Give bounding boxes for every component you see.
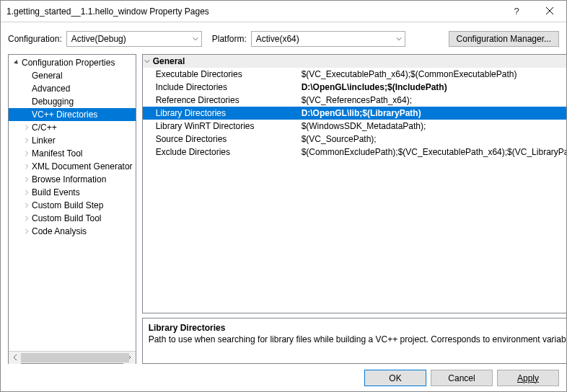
property-name: Source Directories — [143, 134, 299, 144]
property-grid: General Executable Directories$(VC_Execu… — [142, 54, 567, 313]
tree-item[interactable]: Advanced — [9, 82, 136, 95]
help-button[interactable]: ? — [500, 1, 533, 22]
configuration-combo[interactable]: Active(Debug) — [66, 31, 202, 47]
expand-icon — [22, 164, 32, 169]
property-name: Include Directories — [143, 82, 299, 92]
property-row[interactable]: Executable Directories$(VC_ExecutablePat… — [143, 68, 567, 81]
apply-button[interactable]: Apply — [497, 370, 559, 386]
expand-icon — [22, 202, 32, 208]
section-title: General — [153, 56, 185, 66]
window-title: 1.getting_started__1.1.hello_window Prop… — [6, 6, 500, 17]
titlebar: 1.getting_started__1.1.hello_window Prop… — [1, 1, 566, 22]
tree-item-label: Advanced — [32, 84, 70, 94]
dialog-buttons: OK Cancel Apply — [1, 364, 566, 386]
expand-icon — [22, 138, 32, 143]
expand-icon — [22, 228, 32, 234]
tree-item-label: General — [32, 71, 63, 81]
close-icon — [546, 6, 553, 17]
expand-icon — [22, 125, 32, 130]
scrollbar-thumb[interactable] — [21, 353, 129, 362]
property-name: Executable Directories — [143, 69, 299, 79]
tree-item[interactable]: Debugging — [9, 95, 136, 108]
property-value[interactable]: $(CommonExcludePath);$(VC_ExecutablePath… — [299, 147, 567, 157]
tree-item-label: Code Analysis — [32, 226, 87, 236]
tree-item[interactable]: Browse Information — [9, 173, 136, 186]
property-value[interactable]: $(WindowsSDK_MetadataPath); — [299, 121, 567, 131]
help-icon: ? — [514, 6, 519, 17]
chevron-down-icon — [396, 34, 402, 44]
tree-item-label: Custom Build Tool — [32, 213, 102, 223]
chevron-down-icon — [193, 34, 198, 44]
property-row[interactable]: Library DirectoriesD:\OpenGL\lib;$(Libra… — [143, 107, 567, 120]
horizontal-scrollbar[interactable] — [9, 351, 136, 363]
config-label: Configuration: — [8, 34, 62, 44]
tree-item[interactable]: Build Events — [9, 186, 136, 199]
property-name: Library WinRT Directories — [143, 121, 299, 131]
description-panel: Library Directories Path to use when sea… — [142, 318, 567, 364]
property-name: Exclude Directories — [143, 147, 299, 157]
tree-item-label: Browse Information — [32, 174, 106, 184]
cancel-button[interactable]: Cancel — [431, 370, 493, 386]
description-title: Library Directories — [149, 323, 567, 333]
configuration-manager-button[interactable]: Configuration Manager... — [449, 31, 559, 47]
tree-item[interactable]: XML Document Generator — [9, 160, 136, 173]
property-row[interactable]: Library WinRT Directories$(WindowsSDK_Me… — [143, 120, 567, 133]
property-row[interactable]: Include DirectoriesD:\OpenGL\includes;$(… — [143, 81, 567, 94]
tree-item-label: Build Events — [32, 187, 80, 197]
property-row[interactable]: Reference Directories$(VC_ReferencesPath… — [143, 94, 567, 107]
tree-item[interactable]: VC++ Directories — [9, 108, 136, 121]
property-row[interactable]: Source Directories$(VC_SourcePath); — [143, 133, 567, 146]
tree-item[interactable]: Code Analysis — [9, 225, 136, 238]
scrollbar-track[interactable] — [21, 352, 123, 364]
tree-item[interactable]: General — [9, 69, 136, 82]
platform-label: Platform: — [212, 34, 247, 44]
tree-item[interactable]: Custom Build Step — [9, 199, 136, 212]
tree-item-label: VC++ Directories — [32, 110, 97, 120]
tree-item-label: Custom Build Step — [32, 200, 103, 210]
tree-panel: Configuration PropertiesGeneralAdvancedD… — [8, 54, 136, 364]
collapse-icon — [144, 56, 150, 66]
property-name: Reference Directories — [143, 95, 299, 105]
tree-item[interactable]: Custom Build Tool — [9, 212, 136, 225]
close-button[interactable] — [533, 1, 566, 22]
property-name: Library Directories — [143, 108, 299, 118]
property-value[interactable]: D:\OpenGL\includes;$(IncludePath) — [299, 82, 567, 92]
tree-item[interactable]: C/C++ — [9, 121, 136, 134]
expand-icon — [22, 177, 32, 182]
expand-icon — [22, 190, 32, 195]
expand-icon — [22, 151, 32, 156]
platform-combo[interactable]: Active(x64) — [251, 31, 405, 47]
tree-root-label: Configuration Properties — [22, 58, 115, 68]
property-value[interactable]: $(VC_SourcePath); — [299, 134, 567, 144]
collapse-icon — [12, 60, 22, 66]
platform-value: Active(x64) — [256, 34, 299, 44]
scroll-left-button[interactable] — [9, 352, 21, 364]
property-row[interactable]: Exclude Directories$(CommonExcludePath);… — [143, 146, 567, 159]
tree-item-label: C/C++ — [32, 122, 57, 133]
description-text: Path to use when searching for library f… — [149, 334, 567, 346]
tree-item-label: Linker — [32, 135, 56, 146]
tree-item[interactable]: Linker — [9, 134, 136, 147]
tree-root[interactable]: Configuration Properties — [9, 56, 136, 69]
config-row: Configuration: Active(Debug) Platform: A… — [1, 22, 566, 54]
tree-item-label: Manifest Tool — [32, 148, 82, 159]
property-value[interactable]: $(VC_ExecutablePath_x64);$(CommonExecuta… — [299, 69, 567, 79]
tree-item-label: Debugging — [32, 97, 74, 107]
section-header[interactable]: General — [143, 55, 567, 68]
property-value[interactable]: D:\OpenGL\lib;$(LibraryPath) — [299, 108, 567, 118]
tree-item[interactable]: Manifest Tool — [9, 147, 136, 160]
configuration-manager-label: Configuration Manager... — [457, 34, 551, 44]
configuration-value: Active(Debug) — [71, 34, 126, 44]
expand-icon — [22, 215, 32, 221]
property-value[interactable]: $(VC_ReferencesPath_x64); — [299, 95, 567, 105]
svg-marker-2 — [14, 60, 19, 66]
tree-item-label: XML Document Generator — [32, 161, 133, 172]
ok-button[interactable]: OK — [364, 370, 426, 386]
